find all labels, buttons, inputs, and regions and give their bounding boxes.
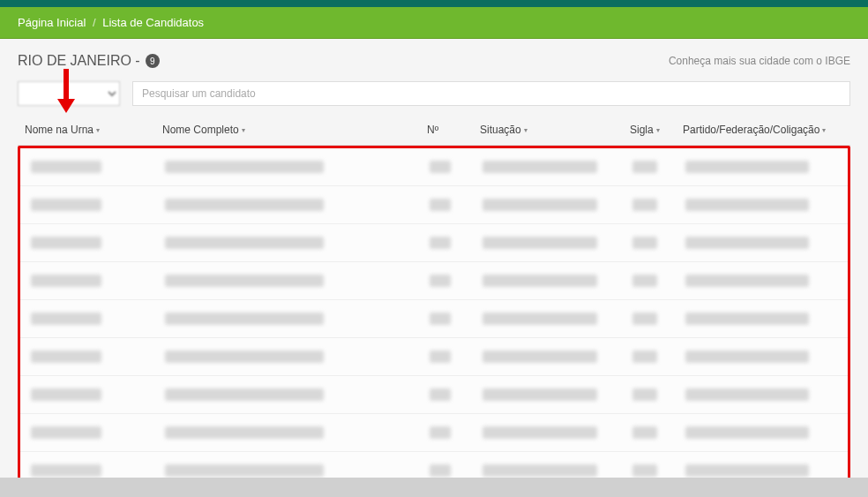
table-cell [24, 199, 165, 211]
redacted-value [685, 313, 809, 325]
table-row[interactable] [20, 224, 848, 262]
table-row[interactable] [20, 300, 848, 338]
table-cell [685, 313, 844, 325]
ibge-link[interactable]: Conheça mais sua cidade com o IBGE [669, 55, 850, 67]
redacted-value [685, 199, 809, 211]
table-cell [24, 275, 165, 287]
redacted-value [685, 275, 809, 287]
breadcrumb-current: Lista de Candidatos [102, 16, 204, 29]
column-label: Situação [480, 124, 521, 136]
table-cell [165, 464, 430, 477]
table-cell [483, 237, 632, 249]
table-cell [165, 388, 430, 401]
column-partido[interactable]: Partido/Federação/Coligação ▾ [683, 124, 847, 136]
redacted-value [31, 199, 101, 211]
table-cell [430, 275, 483, 287]
table-cell [685, 161, 844, 173]
breadcrumb-bar: Página Inicial / Lista de Candidatos [0, 7, 868, 39]
column-situacao[interactable]: Situação ▾ [480, 124, 630, 136]
table-cell [165, 426, 430, 439]
redacted-value [483, 161, 597, 173]
redacted-value [483, 350, 597, 363]
table-cell [685, 426, 844, 439]
redacted-value [483, 313, 597, 325]
redacted-value [31, 237, 101, 249]
table-cell [165, 199, 430, 211]
redacted-value [685, 161, 809, 173]
redacted-value [430, 161, 451, 173]
column-numero[interactable]: Nº [427, 124, 480, 136]
redacted-value [31, 464, 101, 477]
table-cell [24, 426, 165, 439]
table-cell [685, 350, 844, 363]
table-cell [632, 464, 685, 477]
redacted-value [31, 350, 101, 363]
table-cell [685, 464, 844, 477]
redacted-value [430, 464, 451, 477]
title-city: RIO DE JANEIRO - [18, 53, 140, 69]
column-nome-completo[interactable]: Nome Completo ▾ [162, 124, 427, 136]
redacted-value [31, 275, 101, 287]
table-row[interactable] [20, 186, 848, 224]
redacted-value [31, 161, 101, 173]
redacted-value [632, 313, 657, 325]
table-cell [632, 237, 685, 249]
redacted-value [483, 199, 597, 211]
sort-caret-icon: ▾ [524, 126, 528, 134]
redacted-value [430, 350, 451, 363]
table-row[interactable] [20, 376, 848, 414]
table-row[interactable] [20, 414, 848, 452]
redacted-value [685, 350, 809, 363]
sort-caret-icon: ▾ [242, 126, 245, 134]
redacted-value [165, 426, 324, 439]
redacted-value [483, 275, 597, 287]
breadcrumb-home[interactable]: Página Inicial [18, 16, 86, 29]
count-badge: 9 [146, 54, 160, 68]
column-label: Sigla [630, 124, 654, 136]
table-cell [430, 313, 483, 325]
redacted-value [165, 464, 324, 477]
column-sigla[interactable]: Sigla ▾ [630, 124, 683, 136]
redacted-value [430, 199, 451, 211]
table-cell [24, 161, 165, 173]
footer-band [0, 478, 868, 497]
table-cell [24, 388, 165, 401]
filter-select[interactable] [18, 81, 120, 106]
redacted-value [685, 426, 809, 439]
redacted-value [632, 350, 657, 363]
table-cell [24, 313, 165, 325]
table-cell [632, 426, 685, 439]
redacted-value [31, 313, 101, 325]
redacted-value [430, 237, 451, 249]
table-cell [483, 388, 632, 401]
column-label: Nome Completo [162, 124, 239, 136]
search-input[interactable] [132, 81, 850, 106]
table-cell [632, 161, 685, 173]
table-cell [483, 161, 632, 173]
table-row[interactable] [20, 338, 848, 376]
table-cell [685, 388, 844, 401]
redacted-value [483, 388, 597, 401]
redacted-value [632, 426, 657, 439]
redacted-value [165, 350, 324, 363]
table-cell [483, 426, 632, 439]
table-header: Nome na Urna ▾ Nome Completo ▾ Nº Situaç… [18, 115, 850, 146]
table-cell [165, 350, 430, 363]
table-cell [165, 275, 430, 287]
column-label: Partido/Federação/Coligação [683, 124, 819, 136]
table-cell [483, 199, 632, 211]
table-cell [430, 388, 483, 401]
sort-caret-icon: ▾ [656, 126, 660, 134]
table-cell [632, 275, 685, 287]
redacted-value [165, 275, 324, 287]
redacted-value [165, 388, 324, 401]
redacted-value [165, 199, 324, 211]
column-nome-urna[interactable]: Nome na Urna ▾ [21, 124, 162, 136]
table-cell [430, 199, 483, 211]
redacted-value [165, 161, 324, 173]
redacted-value [430, 426, 451, 439]
table-row[interactable] [20, 148, 848, 186]
table-cell [430, 350, 483, 363]
redacted-value [632, 237, 657, 249]
table-row[interactable] [20, 262, 848, 300]
